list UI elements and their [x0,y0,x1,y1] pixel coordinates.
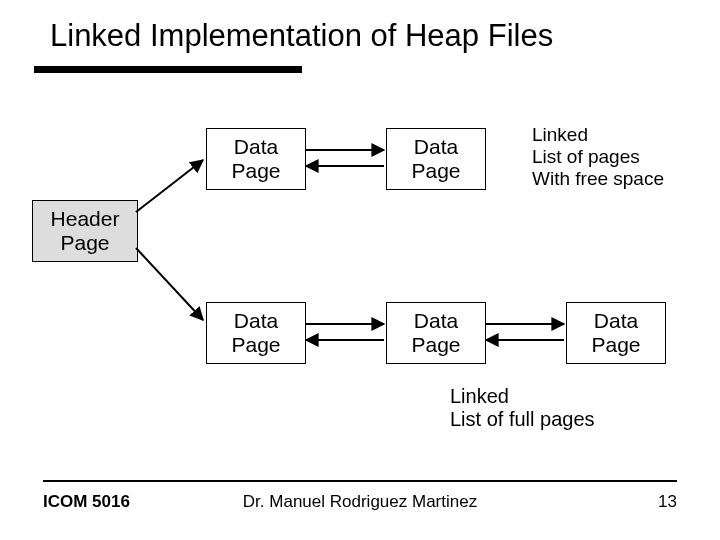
annot-l1: Linked [532,124,664,146]
title-underline [34,66,302,73]
node-line2: Page [411,333,460,357]
node-line1: Data [594,309,638,333]
full-row-node-1: Data Page [386,302,486,364]
caption-l2: List of full pages [450,408,595,431]
full-row-node-2: Data Page [566,302,666,364]
node-line1: Data [234,309,278,333]
footer-center: Dr. Manuel Rodriguez Martinez [0,492,720,512]
full-row-caption: Linked List of full pages [450,385,595,431]
free-row-annotation: Linked List of pages With free space [532,124,664,190]
footer-right: 13 [658,492,677,512]
svg-line-1 [136,248,203,320]
annot-l3: With free space [532,168,664,190]
svg-line-0 [136,160,203,212]
caption-l1: Linked [450,385,595,408]
full-row-node-0: Data Page [206,302,306,364]
node-line2: Page [231,159,280,183]
footer-rule [43,480,677,482]
annot-l2: List of pages [532,146,664,168]
node-line1: Data [414,309,458,333]
node-line1: Data [234,135,278,159]
node-line2: Page [591,333,640,357]
node-line2: Page [231,333,280,357]
slide-title: Linked Implementation of Heap Files [50,18,553,54]
header-page-node: Header Page [32,200,138,262]
node-line2: Page [411,159,460,183]
node-line1: Data [414,135,458,159]
header-node-line2: Page [60,231,109,255]
free-row-node-1: Data Page [386,128,486,190]
header-node-line1: Header [51,207,120,231]
free-row-node-0: Data Page [206,128,306,190]
edges-svg [0,0,720,540]
